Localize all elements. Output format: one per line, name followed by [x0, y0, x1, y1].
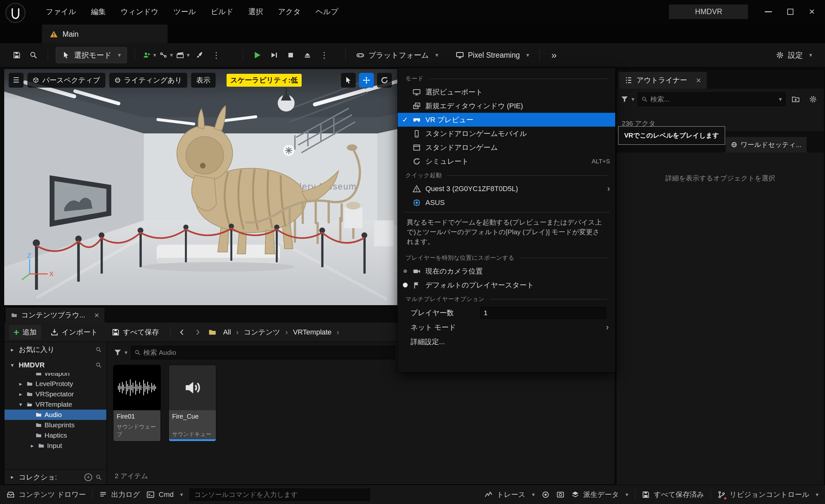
menu-file[interactable]: ファイル [46, 7, 76, 17]
menu-item-selected-viewport[interactable]: 選択ビューポート [398, 85, 615, 99]
asset-grid: Fire01 サウンドウェーブ Fire_Cue サウンドキュー [114, 363, 614, 470]
close-icon[interactable]: × [94, 311, 99, 319]
menu-item-advanced-settings[interactable]: 詳細設定... [398, 335, 615, 349]
lit-mode-button[interactable]: ライティングあり [109, 73, 187, 88]
tree-item-vrspectator[interactable]: ▸ VRSpectator [4, 389, 106, 399]
play-options-button[interactable]: ⋮ [316, 47, 332, 64]
tab-content-browser[interactable]: コンテンツブラウ... × [6, 308, 104, 322]
outliner-settings-button[interactable] [806, 92, 820, 106]
play-button[interactable] [249, 47, 266, 64]
unreal-logo[interactable] [5, 3, 26, 23]
close-window-button[interactable]: × [809, 7, 815, 17]
project-row[interactable]: ▾ HMDVR [4, 357, 106, 373]
asset-filter-button[interactable]: ▾ [114, 346, 128, 359]
collections-row[interactable]: ▸ コレクショ: + [4, 470, 106, 484]
folder-icon [35, 412, 42, 418]
derived-data-button[interactable]: 派生データ▾ [571, 490, 628, 500]
add-collection-icon[interactable]: + [84, 474, 92, 481]
menu-item-default-player-start[interactable]: デフォルトのプレイヤースタート [398, 278, 615, 292]
cmd-select[interactable]: Cmd▾ [146, 491, 183, 499]
tree-item-audio[interactable]: Audio [4, 410, 106, 420]
breadcrumb-vrtemplate[interactable]: VRTemplate [291, 328, 333, 337]
menu-item-new-editor-window-pie[interactable]: 新規エディタウィンドウ (PIE) [398, 99, 615, 113]
all-saved-button[interactable]: すべて保存済み [642, 490, 704, 500]
tree-item-blueprints[interactable]: Blueprints [4, 420, 106, 430]
output-log-button[interactable]: 出力ログ [99, 490, 140, 500]
frame-skip-button[interactable] [266, 47, 282, 64]
tree-item-input[interactable]: ▸ Input [4, 440, 106, 451]
menu-window[interactable]: ウィンドウ [121, 7, 159, 17]
close-icon[interactable]: × [696, 76, 701, 84]
breadcrumb-content[interactable]: コンテンツ [242, 328, 282, 337]
asset-fire-cue[interactable]: Fire_Cue サウンドキュー [169, 365, 216, 441]
import-button[interactable]: インポート [46, 325, 102, 340]
back-button[interactable] [175, 326, 189, 339]
pixel-streaming-button[interactable]: Pixel Streaming ▾ [451, 47, 534, 64]
save-button[interactable] [8, 47, 25, 64]
revision-control-button[interactable]: リビジョンコントロール ▾ [718, 490, 819, 500]
select-tool-button[interactable] [341, 73, 356, 88]
outliner-search-input[interactable] [650, 95, 774, 103]
menu-edit[interactable]: 編集 [91, 7, 106, 17]
viewport-menu-button[interactable]: ☰ [9, 73, 23, 88]
menu-item-asus[interactable]: ASUS [398, 196, 615, 209]
minimize-button[interactable] [765, 11, 772, 12]
tab-world-settings[interactable]: ワールドセッティ... [726, 137, 807, 152]
scalability-badge[interactable]: スケーラビリティ:低 [227, 74, 302, 87]
eject-button[interactable] [299, 47, 316, 64]
breadcrumb-all[interactable]: All [221, 328, 233, 337]
show-button[interactable]: 表示 [191, 73, 216, 88]
cinematics-button[interactable]: ▾ [174, 47, 191, 64]
outliner-filter-button[interactable]: ▾ [620, 92, 634, 106]
content-drawer-button[interactable]: コンテンツ ドロワー [6, 490, 86, 500]
asset-search-input[interactable] [143, 349, 391, 356]
browse-content-button[interactable] [25, 47, 42, 64]
rotate-tool-button[interactable] [377, 73, 392, 88]
select-mode-button[interactable]: 選択モード ▾ [56, 47, 127, 63]
tree-item-weapon[interactable]: Weapon [4, 373, 106, 379]
menu-actor[interactable]: アクタ [278, 7, 301, 17]
search-icon[interactable] [95, 474, 102, 481]
menu-tools[interactable]: ツール [173, 7, 196, 17]
favorites-row[interactable]: ▸ お気に入り [4, 342, 106, 357]
toolbar-overflow-button[interactable]: » [546, 47, 562, 64]
settings-button[interactable]: 設定 ▾ [771, 47, 817, 64]
add-button[interactable]: +追加 [9, 325, 41, 340]
blueprints-button[interactable]: ▾ [158, 47, 174, 64]
tree-item-haptics[interactable]: Haptics [4, 430, 106, 440]
menu-item-standalone-mobile[interactable]: スタンドアロンゲームモバイル [398, 127, 615, 141]
player-count-input[interactable] [480, 307, 606, 319]
search-icon[interactable] [95, 346, 102, 353]
menu-item-current-camera-location[interactable]: 現在のカメラ位置 [398, 264, 615, 278]
add-folder-button[interactable] [789, 92, 803, 106]
menu-item-standalone-game[interactable]: スタンドアロンゲーム [398, 141, 615, 154]
menu-item-simulate[interactable]: シミュレート ALT+S [398, 154, 615, 168]
asset-fire01[interactable]: Fire01 サウンドウェーブ [114, 365, 160, 441]
menu-help[interactable]: ヘルプ [315, 7, 339, 17]
menu-item-vr-preview[interactable]: ✓ VR プレビュー [398, 113, 615, 127]
add-actor-button[interactable]: ▾ [141, 47, 158, 64]
trace-button[interactable]: トレース▾ [484, 490, 535, 500]
stop-button[interactable] [282, 47, 299, 64]
toolbar-more-button[interactable]: ⋮ [208, 47, 225, 64]
tree-item-levelprototyping[interactable]: ▸ LevelPrototy [4, 379, 106, 389]
move-tool-button[interactable] [359, 73, 374, 88]
screenshot-button[interactable] [556, 491, 565, 499]
search-icon[interactable] [95, 362, 102, 368]
forward-button[interactable] [191, 326, 204, 339]
menu-build[interactable]: ビルド [211, 7, 234, 17]
console-input[interactable] [190, 489, 370, 501]
editor-modes-button[interactable] [191, 47, 208, 64]
save-all-button[interactable]: すべて保存 [107, 325, 164, 340]
outliner-list[interactable] [616, 110, 824, 118]
tab-outliner[interactable]: アウトライナー × [618, 72, 707, 89]
perspective-button[interactable]: パースペクティブ [27, 73, 105, 88]
platforms-button[interactable]: プラットフォーム ▾ [352, 47, 443, 64]
menu-item-quest3[interactable]: Quest 3 (2G0YC1ZF8T0D5L) › [398, 182, 615, 196]
tree-item-vrtemplate[interactable]: ▾ VRTemplate [4, 399, 106, 410]
menu-item-net-mode[interactable]: ネット モード › [398, 320, 615, 335]
tab-main-level[interactable]: Main [42, 25, 167, 43]
menu-select[interactable]: 選択 [248, 7, 263, 17]
maximize-button[interactable] [787, 9, 794, 15]
profiler-button[interactable] [541, 491, 550, 499]
